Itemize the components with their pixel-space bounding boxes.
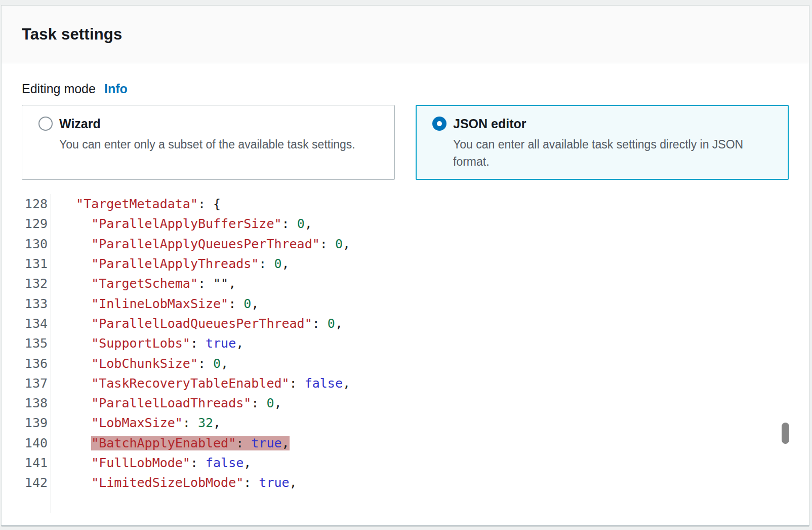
indent	[61, 316, 91, 331]
indent	[61, 237, 91, 251]
code-line[interactable]: 133 "InlineLobMaxSize": 0,	[22, 293, 789, 313]
token-key: "InlineLobMaxSize"	[91, 296, 228, 311]
code-line[interactable]: 132 "TargetSchema": "",	[22, 274, 789, 293]
code-text[interactable]: "ParallelApplyBufferSize": 0,	[51, 216, 312, 231]
code-text[interactable]: "ParallelApplyThreads": 0,	[51, 256, 290, 271]
token-key: "SupportLobs"	[91, 336, 190, 351]
code-tokens: "LobChunkSize": 0,	[91, 356, 228, 371]
code-tokens: "InlineLobMaxSize": 0,	[91, 296, 259, 311]
token-p: :	[282, 216, 297, 231]
code-text[interactable]: "ParallelLoadThreads": 0,	[51, 396, 282, 410]
json-editor-option-label: JSON editor	[453, 116, 766, 131]
code-text[interactable]: "ParallelApplyQueuesPerThread": 0,	[51, 237, 350, 251]
token-key: "FullLobMode"	[91, 456, 190, 470]
code-tokens: "SupportLobs": true,	[91, 336, 243, 351]
token-bool: true	[259, 475, 289, 490]
token-p: ,	[335, 316, 343, 331]
token-num: 0	[266, 396, 274, 410]
token-key: "LimitedSizeLobMode"	[91, 475, 243, 490]
info-link[interactable]: Info	[104, 82, 128, 96]
code-text[interactable]: "LobMaxSize": 32,	[51, 415, 221, 430]
code-line[interactable]: 134 "ParallelLoadQueuesPerThread": 0,	[22, 314, 789, 333]
code-text[interactable]: "BatchApplyEnabled": true,	[51, 436, 290, 450]
line-number: 128	[22, 194, 51, 214]
token-p: : {	[198, 197, 221, 211]
code-line[interactable]: 130 "ParallelApplyQueuesPerThread": 0,	[22, 234, 789, 254]
line-number: 131	[22, 254, 51, 274]
token-key: "ParallelApplyBufferSize"	[91, 216, 281, 231]
token-p: ,	[343, 237, 350, 251]
indent	[61, 456, 91, 470]
token-p: ,	[236, 336, 243, 351]
token-p: ,	[305, 216, 312, 231]
code-line[interactable]: 139 "LobMaxSize": 32,	[22, 413, 789, 433]
card-body: Editing mode Info Wizard You can enter o…	[2, 82, 809, 513]
token-p: ,	[290, 475, 297, 490]
json-code-editor[interactable]: 128 "TargetMetadata": {129 "ParallelAppl…	[22, 194, 789, 513]
token-p: :	[236, 436, 251, 450]
token-p: ,	[213, 415, 221, 430]
code-line-empty[interactable]	[22, 493, 789, 512]
token-p: :	[251, 396, 266, 410]
code-line[interactable]: 128 "TargetMetadata": {	[22, 194, 789, 214]
json-editor-option-description: You can enter all available task setting…	[453, 136, 766, 170]
token-key: "TargetSchema"	[91, 276, 198, 291]
indent	[61, 436, 91, 450]
token-num: 32	[198, 415, 213, 430]
code-tokens: "FullLobMode": false,	[91, 456, 251, 470]
code-text[interactable]: "LobChunkSize": 0,	[51, 356, 228, 371]
code-line[interactable]: 129 "ParallelApplyBufferSize": 0,	[22, 214, 789, 234]
code-line[interactable]: 131 "ParallelApplyThreads": 0,	[22, 254, 789, 274]
indent	[61, 256, 91, 271]
token-p: :	[190, 456, 206, 470]
code-text[interactable]: "LimitedSizeLobMode": true,	[51, 475, 297, 490]
line-number: 133	[22, 293, 51, 313]
code-line[interactable]: 141 "FullLobMode": false,	[22, 453, 789, 473]
code-tokens: "TargetSchema": "",	[91, 276, 236, 291]
token-bool: false	[206, 456, 243, 470]
token-num: 0	[335, 237, 343, 251]
code-text[interactable]: "ParallelLoadQueuesPerThread": 0,	[51, 316, 343, 331]
code-tokens: "ParallelApplyBufferSize": 0,	[91, 216, 312, 231]
editing-mode-options: Wizard You can enter only a subset of th…	[22, 105, 789, 180]
wizard-radio-icon[interactable]	[38, 117, 53, 131]
indent	[61, 356, 91, 371]
token-key: "LobMaxSize"	[91, 415, 183, 430]
code-text[interactable]: "TargetSchema": "",	[51, 276, 236, 291]
code-line[interactable]: 138 "ParallelLoadThreads": 0,	[22, 393, 789, 413]
code-text[interactable]: "SupportLobs": true,	[51, 336, 243, 351]
token-bool: false	[305, 376, 343, 391]
line-number: 139	[22, 413, 51, 433]
token-bool: true	[206, 336, 236, 351]
line-number: 129	[22, 214, 51, 234]
code-text[interactable]: "TaskRecoveryTableEnabled": false,	[51, 376, 350, 391]
json-editor-option-tile[interactable]: JSON editor You can enter all available …	[416, 105, 789, 180]
code-line[interactable]: 136 "LobChunkSize": 0,	[22, 353, 789, 373]
token-p: :	[228, 296, 243, 311]
token-key: "LobChunkSize"	[91, 356, 198, 371]
token-p: ,	[243, 456, 251, 470]
line-number: 138	[22, 393, 51, 413]
json-editor-radio-icon[interactable]	[432, 117, 446, 131]
code-text[interactable]: "FullLobMode": false,	[51, 456, 251, 470]
indent	[61, 296, 91, 311]
token-p: ,	[221, 356, 228, 371]
code-text[interactable]: "TargetMetadata": {	[51, 197, 221, 211]
code-text[interactable]: "InlineLobMaxSize": 0,	[51, 296, 259, 311]
json-editor-option-text: JSON editor You can enter all available …	[453, 116, 766, 170]
code-line[interactable]: 137 "TaskRecoveryTableEnabled": false,	[22, 373, 789, 393]
token-num: 0	[328, 316, 335, 331]
wizard-option-tile[interactable]: Wizard You can enter only a subset of th…	[22, 105, 395, 180]
code-line[interactable]: 142 "LimitedSizeLobMode": true,	[22, 473, 789, 493]
line-number: 134	[22, 314, 51, 333]
token-p: ,	[274, 396, 281, 410]
code-line[interactable]: 140 "BatchApplyEnabled": true,	[22, 433, 789, 453]
token-num: 0	[297, 216, 305, 231]
scrollbar-thumb[interactable]	[782, 423, 789, 444]
token-key: "ParallelApplyThreads"	[91, 256, 259, 271]
code-tokens: "LobMaxSize": 32,	[91, 415, 221, 430]
indent	[61, 415, 91, 430]
token-p: :	[183, 415, 198, 430]
code-line[interactable]: 135 "SupportLobs": true,	[22, 333, 789, 353]
task-settings-card: Task settings Editing mode Info Wizard Y…	[1, 5, 809, 526]
